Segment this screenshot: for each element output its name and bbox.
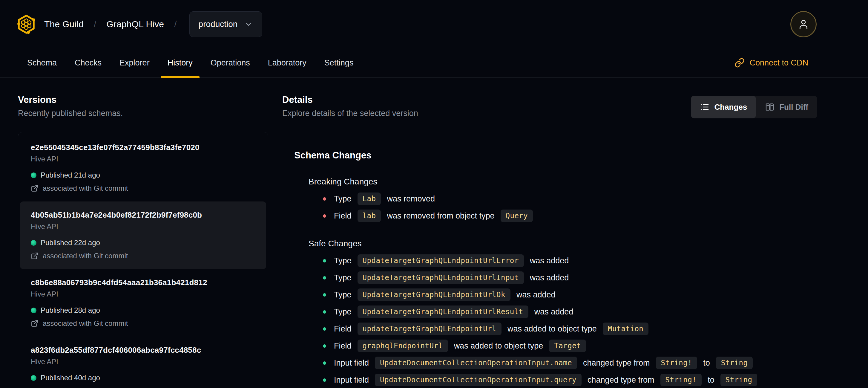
version-list-item[interactable]: a823f6db2a55df877dcf406006abca97fcc4858c… [20, 336, 266, 388]
breadcrumb-separator: / [172, 19, 178, 29]
schema-change-row: FieldupdateTargetGraphQLEndpointUrlwas a… [323, 322, 817, 336]
external-link-icon [31, 320, 38, 327]
schema-change-row: Fieldlabwas removed from object typeQuer… [323, 209, 817, 223]
details-title: Details [282, 94, 418, 105]
breadcrumb-org[interactable]: The Guild [44, 19, 84, 29]
change-text: was added to object type [507, 324, 597, 334]
schema-change-row: Input fieldUpdateDocumentCollectionOpera… [323, 373, 817, 387]
changes-view-label: Changes [714, 102, 747, 112]
code-chip: lab [358, 210, 381, 222]
git-commit-link[interactable]: associated with Git commit [31, 184, 255, 192]
change-text: Input field [334, 358, 369, 368]
version-service-name: Hive API [31, 290, 255, 298]
change-text: Field [334, 211, 351, 220]
published-time-label: Published 40d ago [41, 374, 100, 382]
change-text: was removed [387, 194, 435, 204]
tab-item[interactable]: Laboratory [261, 48, 313, 78]
schema-change-row: TypeUpdateTargetGraphQLEndpointUrlErrorw… [323, 254, 817, 268]
version-list-item[interactable]: e2e55045345ce13fe07f52a77459b83fa3fe7020… [20, 134, 266, 202]
change-text: Type [334, 256, 351, 265]
changes-view-button[interactable]: Changes [691, 96, 756, 118]
tab-item[interactable]: Schema [20, 48, 64, 78]
change-text: Type [334, 194, 351, 204]
change-text: was added [534, 307, 574, 317]
target-selector-dropdown[interactable]: production [189, 11, 262, 37]
version-hash: c8b6e88a06793b9c4dfd54aaa21b36a1b421d812 [31, 278, 255, 287]
user-avatar-button[interactable] [790, 11, 817, 37]
change-text: to [708, 376, 714, 385]
published-time-label: Published 22d ago [41, 239, 100, 247]
full-diff-view-button[interactable]: Full Diff [756, 96, 817, 118]
git-commit-label: associated with Git commit [43, 319, 128, 328]
main-content: Versions Recently published schemas. e2e… [0, 78, 868, 388]
code-chip: UpdateTargetGraphQLEndpointUrlError [358, 255, 524, 267]
schema-changes-section: Schema Changes Breaking Changes TypeLabw… [282, 150, 817, 387]
version-hash: a823f6db2a55df877dcf406006abca97fcc4858c [31, 346, 255, 355]
full-diff-view-label: Full Diff [779, 102, 808, 112]
safe-changes-title: Safe Changes [309, 239, 817, 248]
git-commit-link[interactable]: associated with Git commit [31, 387, 255, 388]
published-status-dot [31, 240, 36, 246]
code-chip: String [720, 374, 757, 386]
breadcrumb-separator: / [92, 19, 98, 29]
schema-change-row: TypeUpdateTargetGraphQLEndpointUrlInputw… [323, 271, 817, 285]
schema-change-row: TypeLabwas removed [323, 192, 817, 206]
git-commit-label: associated with Git commit [43, 252, 128, 260]
details-panel: Details Explore details of the selected … [282, 78, 817, 388]
version-list-item[interactable]: c8b6e88a06793b9c4dfd54aaa21b36a1b421d812… [20, 269, 266, 336]
git-commit-link[interactable]: associated with Git commit [31, 252, 255, 260]
view-toggle-group: Changes Full Diff [691, 96, 817, 118]
change-text: Type [334, 290, 351, 300]
change-text: Field [334, 324, 351, 334]
change-text: changed type from [588, 376, 654, 385]
code-chip: UpdateDocumentCollectionOperationInput.q… [375, 374, 582, 386]
external-link-icon [31, 252, 38, 260]
change-bullet-icon [323, 345, 326, 348]
change-text: was added [517, 290, 556, 300]
versions-list: e2e55045345ce13fe07f52a77459b83fa3fe7020… [18, 132, 268, 388]
version-service-name: Hive API [31, 155, 255, 163]
version-list-item[interactable]: 4b05ab51b1b4a7e2e4b0ef82172f2b9f7ef98c0b… [20, 202, 266, 269]
hive-logo-icon[interactable] [17, 14, 36, 34]
details-subtitle: Explore details of the selected version [282, 109, 418, 118]
change-bullet-icon [323, 310, 326, 314]
code-chip: UpdateTargetGraphQLEndpointUrlResult [358, 305, 528, 318]
tab-item[interactable]: Explorer [113, 48, 156, 78]
code-chip: String! [656, 357, 698, 369]
change-text: was added [530, 256, 569, 265]
tab-item[interactable]: History [161, 48, 199, 78]
columns-icon [765, 102, 775, 112]
version-service-name: Hive API [31, 222, 255, 231]
code-chip: graphqlEndpointUrl [358, 339, 448, 352]
change-bullet-icon [323, 293, 326, 297]
change-text: Input field [334, 376, 369, 385]
change-bullet-icon [323, 259, 326, 263]
breaking-changes-list: TypeLabwas removed Fieldlabwas removed f… [323, 192, 817, 223]
breadcrumb-project[interactable]: GraphQL Hive [106, 19, 164, 29]
change-text: Type [334, 307, 351, 317]
change-text: Type [334, 273, 351, 282]
change-text: changed type from [583, 358, 650, 368]
code-chip: UpdateDocumentCollectionOperationInput.n… [375, 357, 577, 369]
code-chip: Lab [358, 192, 381, 205]
breaking-changes-title: Breaking Changes [309, 177, 817, 186]
schema-change-row: TypeUpdateTargetGraphQLEndpointUrlResult… [323, 305, 817, 319]
tab-item[interactable]: Operations [204, 48, 257, 78]
version-service-name: Hive API [31, 358, 255, 366]
tab-list: SchemaChecksExplorerHistoryOperationsLab… [20, 48, 360, 78]
code-chip: UpdateTargetGraphQLEndpointUrlOk [358, 289, 510, 301]
git-commit-link[interactable]: associated with Git commit [31, 319, 255, 328]
published-status-dot [31, 307, 36, 313]
schema-change-row: FieldgraphqlEndpointUrlwas added to obje… [323, 339, 817, 353]
chevron-down-icon [244, 20, 253, 29]
connect-to-cdn-button[interactable]: Connect to CDN [735, 48, 808, 78]
published-status-dot [31, 173, 36, 178]
connect-to-cdn-label: Connect to CDN [749, 58, 808, 67]
tab-item[interactable]: Checks [68, 48, 108, 78]
schema-change-row: TypeUpdateTargetGraphQLEndpointUrlOkwas … [323, 288, 817, 302]
change-text: was added [530, 273, 569, 282]
tab-item[interactable]: Settings [317, 48, 361, 78]
safe-changes-group: Safe Changes TypeUpdateTargetGraphQLEndp… [294, 239, 817, 387]
target-selector-value: production [198, 20, 238, 29]
target-tab-bar: SchemaChecksExplorerHistoryOperationsLab… [0, 48, 868, 78]
